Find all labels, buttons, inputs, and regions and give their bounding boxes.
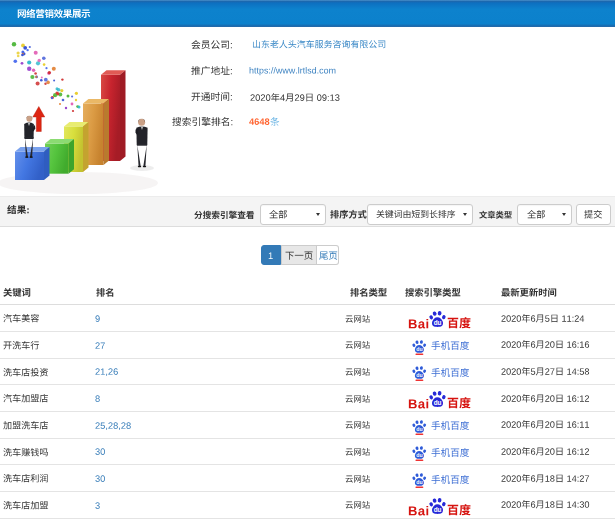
- svg-text:du: du: [417, 452, 423, 458]
- svg-text:du: du: [433, 399, 441, 406]
- svg-text:du: du: [417, 479, 423, 485]
- svg-text:du: du: [433, 319, 441, 326]
- svg-text:du: du: [417, 372, 423, 378]
- svg-text:du: du: [417, 426, 423, 432]
- svg-text:du: du: [433, 505, 441, 512]
- svg-text:du: du: [417, 346, 423, 352]
